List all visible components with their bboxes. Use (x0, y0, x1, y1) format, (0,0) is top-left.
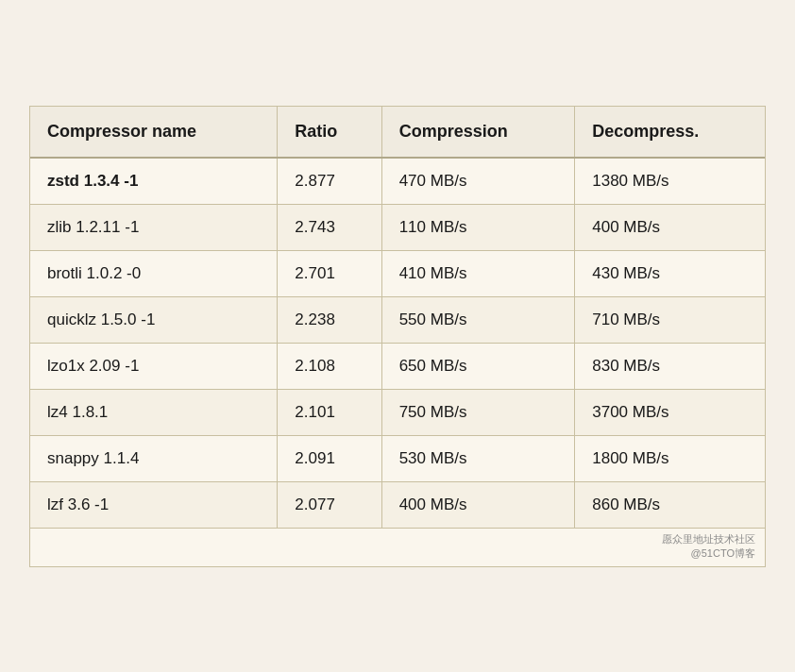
cell-decompression: 1800 MB/s (575, 435, 765, 481)
cell-compressor-name: lzf 3.6 -1 (30, 481, 278, 528)
cell-ratio: 2.238 (278, 296, 381, 343)
cell-compressor-name: brotli 1.0.2 -0 (30, 250, 278, 296)
col-header-compressor: Compressor name (30, 107, 278, 158)
table-row: lzf 3.6 -12.077400 MB/s860 MB/s (30, 481, 765, 528)
cell-compressor-name: quicklz 1.5.0 -1 (30, 296, 278, 343)
cell-compressor-name: lz4 1.8.1 (30, 389, 278, 435)
table-row: brotli 1.0.2 -02.701410 MB/s430 MB/s (30, 250, 765, 296)
table-body: zstd 1.3.4 -12.877470 MB/s1380 MB/szlib … (30, 158, 765, 528)
cell-ratio: 2.108 (278, 343, 381, 389)
table-row: quicklz 1.5.0 -12.238550 MB/s710 MB/s (30, 296, 765, 343)
cell-compression: 550 MB/s (381, 296, 575, 343)
cell-decompression: 430 MB/s (575, 250, 765, 296)
table-row: lzo1x 2.09 -12.108650 MB/s830 MB/s (30, 343, 765, 389)
cell-compression: 110 MB/s (381, 204, 575, 250)
cell-ratio: 2.077 (278, 481, 381, 528)
header-row: Compressor name Ratio Compression Decomp… (30, 107, 765, 158)
cell-ratio: 2.091 (278, 435, 381, 481)
cell-compression: 530 MB/s (381, 435, 575, 481)
cell-compression: 470 MB/s (381, 158, 575, 205)
col-header-ratio: Ratio (278, 107, 381, 158)
cell-ratio: 2.743 (278, 204, 381, 250)
col-header-compression: Compression (381, 107, 575, 158)
cell-decompression: 830 MB/s (575, 343, 765, 389)
cell-decompression: 400 MB/s (575, 204, 765, 250)
col-header-decompression: Decompress. (575, 107, 765, 158)
cell-compression: 750 MB/s (381, 389, 575, 435)
cell-decompression: 860 MB/s (575, 481, 765, 528)
cell-compressor-name: snappy 1.1.4 (30, 435, 278, 481)
watermark-line2: @51CTO博客 (691, 547, 755, 559)
table-row: lz4 1.8.12.101750 MB/s3700 MB/s (30, 389, 765, 435)
comparison-table-container: Compressor name Ratio Compression Decomp… (29, 106, 766, 567)
watermark-line1: 愿众里地址技术社区 (662, 533, 755, 545)
cell-compression: 400 MB/s (381, 481, 575, 528)
cell-compression: 410 MB/s (381, 250, 575, 296)
cell-compressor-name: zstd 1.3.4 -1 (30, 158, 278, 205)
table-row: zstd 1.3.4 -12.877470 MB/s1380 MB/s (30, 158, 765, 205)
cell-decompression: 1380 MB/s (575, 158, 765, 205)
cell-decompression: 3700 MB/s (575, 389, 765, 435)
table-header: Compressor name Ratio Compression Decomp… (30, 107, 765, 158)
table-row: snappy 1.1.42.091530 MB/s1800 MB/s (30, 435, 765, 481)
cell-ratio: 2.101 (278, 389, 381, 435)
table-row: zlib 1.2.11 -12.743110 MB/s400 MB/s (30, 204, 765, 250)
cell-compressor-name: lzo1x 2.09 -1 (30, 343, 278, 389)
compression-table: Compressor name Ratio Compression Decomp… (30, 107, 765, 528)
cell-ratio: 2.701 (278, 250, 381, 296)
watermark: 愿众里地址技术社区 @51CTO博客 (30, 528, 765, 566)
cell-compressor-name: zlib 1.2.11 -1 (30, 204, 278, 250)
cell-decompression: 710 MB/s (575, 296, 765, 343)
cell-compression: 650 MB/s (381, 343, 575, 389)
cell-ratio: 2.877 (278, 158, 381, 205)
